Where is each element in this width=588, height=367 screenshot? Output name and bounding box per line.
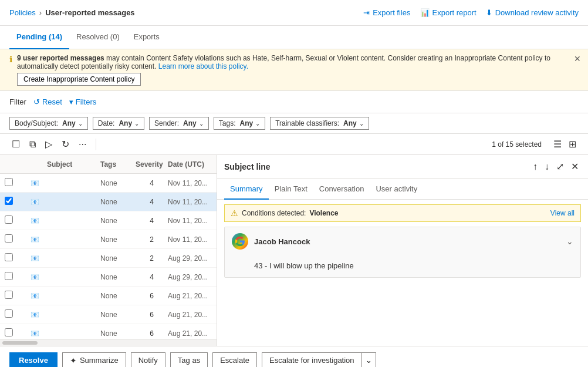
reset-icon: ↺ xyxy=(33,97,40,106)
export-report-label: Export report xyxy=(432,8,477,17)
row-severity-7: 6 xyxy=(136,311,168,319)
detail-tab-plaintext[interactable]: Plain Text xyxy=(269,179,313,200)
conditions-banner: ⚠ Conditions detected: Violence View all xyxy=(224,204,581,222)
escalate-button[interactable]: Escalate xyxy=(212,352,257,367)
detail-tabs: Summary Plain Text Conversation User act… xyxy=(217,179,588,200)
more-options-button[interactable]: ··· xyxy=(76,138,89,151)
detail-nav-down[interactable]: ↓ xyxy=(542,160,552,173)
filters-icon: ▾ xyxy=(69,97,73,106)
copy-button[interactable]: ⧉ xyxy=(27,138,38,151)
select-all-button[interactable]: ☐ xyxy=(9,137,22,151)
detail-close-button[interactable]: ✕ xyxy=(569,160,581,173)
list-view-button[interactable]: ☰ xyxy=(551,137,564,151)
horizontal-scrollbar[interactable] xyxy=(0,339,217,346)
table-row[interactable]: 📧 None 6 Aug 21, 20... xyxy=(0,287,217,305)
tag-as-button[interactable]: Tag as xyxy=(170,352,208,367)
table-row[interactable]: 📧 None 6 Aug 21, 20... xyxy=(0,324,217,339)
breadcrumb-policies[interactable]: Policies xyxy=(9,8,36,17)
tab-pending[interactable]: Pending (14) xyxy=(9,26,69,49)
filter-tags[interactable]: Tags: Any ⌄ xyxy=(214,117,265,130)
row-checkbox-0[interactable] xyxy=(5,178,13,186)
filter-body-value: Any xyxy=(62,119,76,127)
scrollbar-thumb xyxy=(2,341,38,345)
more-icon: ··· xyxy=(79,139,86,150)
select-all-icon: ☐ xyxy=(12,139,20,150)
escalate-investigation-chevron[interactable]: ⌄ xyxy=(362,352,376,367)
export-report-icon: 📊 xyxy=(420,8,430,17)
header-date: Date (UTC) xyxy=(168,160,212,169)
escalate-investigation-button[interactable]: Escalate for investigation xyxy=(262,352,362,367)
row-checkbox-5[interactable] xyxy=(5,272,13,280)
row-tags-8: None xyxy=(100,329,136,338)
top-bar: Policies › User-reported messages ⇥ Expo… xyxy=(0,0,588,26)
filter-classifiers[interactable]: Trainable classifiers: Any ⌄ xyxy=(270,117,369,130)
filter-body-subject[interactable]: Body/Subject: Any ⌄ xyxy=(9,117,88,130)
create-policy-button[interactable]: Create Inappropriate Content policy xyxy=(17,73,141,86)
table-row[interactable]: 📧 None 4 Nov 11, 20... xyxy=(0,193,217,211)
table-header: Subject Tags Severity Date (UTC) xyxy=(0,155,217,174)
toolbar: ☐ ⧉ ▷ ↻ ··· 1 of 15 selected ☰ ⊞ xyxy=(0,134,588,155)
table-row[interactable]: 📧 None 4 Nov 11, 20... xyxy=(0,174,217,193)
export-files-button[interactable]: ⇥ Export files xyxy=(363,8,410,17)
view-buttons: ☰ ⊞ xyxy=(551,137,579,151)
row-email-icon-3: 📧 xyxy=(31,235,39,244)
detail-tab-useractivity[interactable]: User activity xyxy=(370,179,423,200)
table-row[interactable]: 📧 None 6 Aug 21, 20... xyxy=(0,305,217,324)
table-row[interactable]: 📧 None 2 Nov 11, 20... xyxy=(0,230,217,249)
row-date-7: Aug 21, 20... xyxy=(168,311,212,319)
filter-tags-label: Tags: xyxy=(219,119,236,127)
tab-exports[interactable]: Exports xyxy=(127,26,167,49)
banner-link[interactable]: Learn more about this policy. xyxy=(158,62,248,70)
row-checkbox-1[interactable] xyxy=(5,197,13,205)
row-tags-3: None xyxy=(100,235,136,244)
row-tags-1: None xyxy=(100,198,136,206)
detail-tab-conversation[interactable]: Conversation xyxy=(313,179,370,200)
chevron-icon: ⌄ xyxy=(366,356,372,365)
message-card-header[interactable]: Jacob Hancock ⌄ xyxy=(225,227,580,255)
export-files-icon: ⇥ xyxy=(363,8,370,17)
close-banner-button[interactable]: ✕ xyxy=(574,54,581,63)
row-date-1: Nov 11, 20... xyxy=(168,198,212,206)
export-report-button[interactable]: 📊 Export report xyxy=(420,8,477,17)
summarize-button[interactable]: ✦ Summarize xyxy=(62,352,126,368)
download-icon: ⬇ xyxy=(486,8,492,17)
row-tags-7: None xyxy=(100,311,136,319)
detail-expand-button[interactable]: ⤢ xyxy=(554,160,566,173)
tabs-bar: Pending (14) Resolved (0) Exports xyxy=(0,26,588,49)
detail-nav-up[interactable]: ↑ xyxy=(530,160,540,173)
table-row[interactable]: 📧 None 4 Aug 29, 20... xyxy=(0,268,217,287)
resolve-button[interactable]: Resolve xyxy=(9,352,58,367)
filters-button[interactable]: ▾ Filters xyxy=(69,97,96,106)
refresh-button[interactable]: ↻ xyxy=(59,137,72,151)
row-checkbox-7[interactable] xyxy=(5,309,13,318)
group-view-button[interactable]: ⊞ xyxy=(566,137,579,151)
table-row[interactable]: 📧 None 4 Nov 11, 20... xyxy=(0,211,217,230)
filter-dropdowns: Body/Subject: Any ⌄ Date: Any ⌄ Sender: … xyxy=(0,113,588,134)
filter-sender[interactable]: Sender: Any ⌄ xyxy=(149,117,209,130)
conditions-value: Violence xyxy=(309,209,338,217)
filter-classifiers-chevron: ⌄ xyxy=(359,120,364,127)
row-checkbox-6[interactable] xyxy=(5,291,13,299)
row-tags-0: None xyxy=(100,179,136,187)
download-activity-button[interactable]: ⬇ Download review activity xyxy=(486,8,579,17)
notify-button[interactable]: Notify xyxy=(131,352,165,367)
filter-classifiers-label: Trainable classifiers: xyxy=(275,119,339,127)
filter-date[interactable]: Date: Any ⌄ xyxy=(93,117,144,130)
copy-icon: ⧉ xyxy=(29,139,36,150)
row-checkbox-2[interactable] xyxy=(5,216,13,224)
row-checkbox-8[interactable] xyxy=(5,328,13,336)
row-email-icon-8: 📧 xyxy=(31,329,39,338)
row-checkbox-4[interactable] xyxy=(5,253,13,261)
tab-resolved[interactable]: Resolved (0) xyxy=(69,26,127,49)
row-date-8: Aug 21, 20... xyxy=(168,329,212,338)
detail-tab-summary[interactable]: Summary xyxy=(224,179,269,200)
reset-filter-button[interactable]: ↺ Reset xyxy=(33,97,62,106)
info-icon: ℹ xyxy=(9,55,12,64)
row-tags-6: None xyxy=(100,292,136,300)
message-expand-icon: ⌄ xyxy=(566,237,573,246)
row-date-6: Aug 21, 20... xyxy=(168,292,212,300)
move-button[interactable]: ▷ xyxy=(43,137,55,151)
view-all-link[interactable]: View all xyxy=(550,209,575,217)
table-row[interactable]: 📧 None 2 Aug 29, 20... xyxy=(0,249,217,268)
row-checkbox-3[interactable] xyxy=(5,234,13,243)
